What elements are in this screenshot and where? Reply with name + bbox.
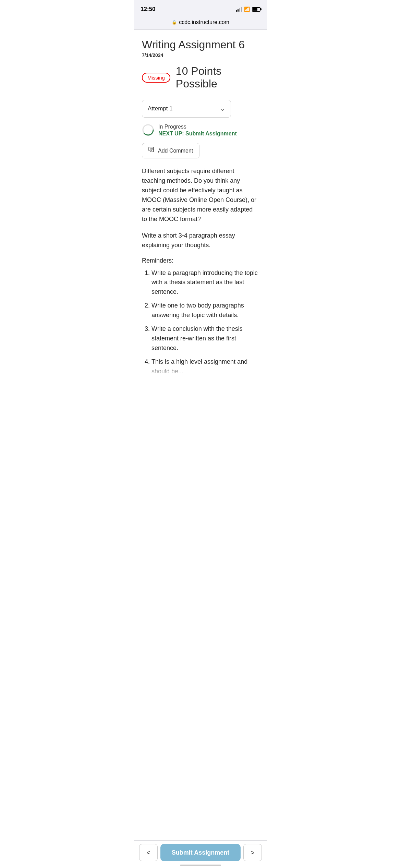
body-text-1: Different subjects require different tea… [142, 167, 259, 224]
status-bar: 12:50 📶 [134, 0, 267, 16]
status-time: 12:50 [141, 6, 155, 13]
add-comment-text: Add Comment [158, 148, 193, 154]
reminder-item-2: Write one to two body paragraphs answeri… [151, 301, 259, 320]
lock-icon: 🔒 [172, 20, 177, 25]
progress-circle-icon [142, 124, 154, 136]
points-row: Missing 10 Points Possible [142, 65, 259, 90]
browser-bar: 🔒 ccdc.instructure.com [134, 16, 267, 30]
reminder-item-1: Write a paragraph introducing the topic … [151, 268, 259, 297]
reminders-section: Reminders: Write a paragraph introducing… [142, 257, 259, 376]
wifi-icon: 📶 [244, 7, 250, 12]
reminders-list: Write a paragraph introducing the topic … [142, 268, 259, 376]
signal-icon [236, 7, 242, 12]
body-text-2: Write a short 3-4 paragraph essay explai… [142, 231, 259, 250]
status-icons: 📶 [236, 7, 260, 12]
progress-text: In Progress NEXT UP: Submit Assignment [158, 124, 237, 137]
points-text: 10 Points Possible [176, 65, 259, 90]
chevron-down-icon: ⌄ [220, 105, 225, 112]
assignment-title: Writing Assignment 6 [142, 38, 259, 51]
comment-icon [148, 147, 155, 155]
assignment-date: 7/14/2024 [142, 52, 259, 58]
attempt-dropdown[interactable]: Attempt 1 ⌄ [142, 100, 231, 118]
browser-url: ccdc.instructure.com [179, 19, 229, 25]
attempt-label: Attempt 1 [148, 105, 173, 112]
reminder-item-4: This is a high level assignment and shou… [151, 357, 259, 376]
missing-badge: Missing [142, 73, 170, 83]
reminder-item-3: Write a conclusion with the thesis state… [151, 324, 259, 353]
progress-row: In Progress NEXT UP: Submit Assignment [142, 124, 259, 137]
main-content: Writing Assignment 6 7/14/2024 Missing 1… [134, 30, 267, 414]
battery-icon [252, 7, 260, 12]
next-up-label[interactable]: NEXT UP: Submit Assignment [158, 131, 237, 137]
reminders-title: Reminders: [142, 257, 259, 264]
add-comment-button[interactable]: Add Comment [142, 143, 199, 158]
svg-rect-3 [150, 149, 154, 152]
in-progress-label: In Progress [158, 124, 237, 130]
